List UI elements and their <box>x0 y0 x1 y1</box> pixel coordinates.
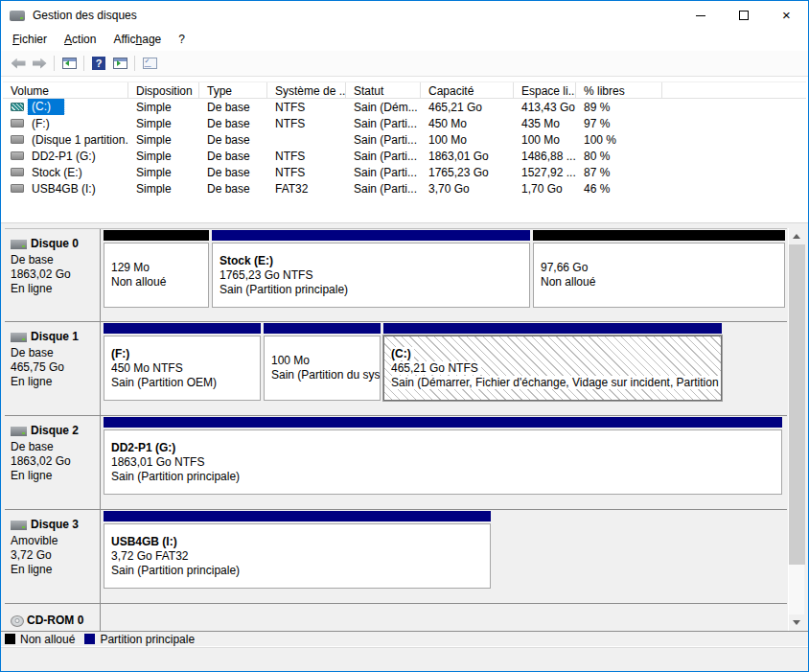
disk-type: De base <box>11 253 98 267</box>
cell-filesystem: NTFS <box>267 150 346 163</box>
partition-color-bar <box>264 323 381 334</box>
disk-row-disque3: Disque 3 Amovible 3,72 Go En ligne USB4G… <box>5 510 787 604</box>
cell-type: De base <box>199 166 267 179</box>
disk-management-window: Gestion des disques × Fichier Action Aff… <box>0 0 809 672</box>
properties-button[interactable]: ✓—✓— <box>139 53 160 74</box>
disk-icon <box>11 240 27 249</box>
scrollbar-thumb[interactable] <box>789 244 805 565</box>
legend-label-partition-principale: Partition principale <box>100 633 195 646</box>
volume-name: Stock (E:) <box>28 165 86 180</box>
cell-espace-libre: 413,43 Go <box>514 101 576 114</box>
menu-bar: Fichier Action Affichage ? <box>1 30 808 51</box>
disk-size: 1863,02 Go <box>11 267 98 282</box>
cell-type: De base <box>199 182 267 196</box>
minimize-icon <box>696 15 705 16</box>
disk-size: 3,72 Go <box>11 548 98 563</box>
toolbar-separator <box>83 56 84 71</box>
properties-list-icon: ✓—✓— <box>143 58 157 69</box>
minimize-button[interactable] <box>679 1 722 30</box>
volume-name: (C:) <box>28 99 64 115</box>
volume-name: (F:) <box>28 116 54 131</box>
chevron-up-icon <box>793 234 800 239</box>
partition-dd2p1-g[interactable]: DD2-P1 (G:) 1863,01 Go NTFS Sain (Partit… <box>104 417 782 509</box>
disk-icon <box>11 521 27 530</box>
close-button[interactable]: × <box>765 1 808 30</box>
table-row-dd2p1[interactable]: DD2-P1 (G:) Simple De base NTFS Sain (Pa… <box>3 148 806 164</box>
cell-pct-libres: 89 % <box>576 101 662 114</box>
cell-capacite: 100 Mo <box>421 133 514 147</box>
forward-button[interactable] <box>29 53 50 74</box>
disk-label-disque2[interactable]: Disque 2 De base 1863,02 Go En ligne <box>5 416 101 509</box>
cell-capacite: 450 Mo <box>421 117 514 130</box>
partition-systeme-100mo[interactable]: 100 Mo Sain (Partition du système) <box>264 323 381 415</box>
cell-disposition: Simple <box>128 150 199 163</box>
volume-name: (Disque 1 partition... <box>28 132 128 148</box>
disk-row-disque2: Disque 2 De base 1863,02 Go En ligne DD2… <box>5 416 787 510</box>
menu-affichage[interactable]: Affichage <box>104 30 170 51</box>
column-header-statut[interactable]: Statut <box>346 82 421 98</box>
disk-label-disque3[interactable]: Disque 3 Amovible 3,72 Go En ligne <box>5 510 101 603</box>
cell-filesystem: NTFS <box>267 117 346 130</box>
cell-espace-libre: 1527,92 ... <box>514 166 576 179</box>
disk-name: Disque 3 <box>31 518 79 532</box>
menu-help[interactable]: ? <box>170 30 194 51</box>
table-row-usb4gb[interactable]: USB4GB (I:) Simple De base FAT32 Sain (P… <box>3 180 806 197</box>
cell-statut: Sain (Dém... <box>346 101 421 114</box>
column-header-filesystem[interactable]: Système de ... <box>267 82 346 98</box>
cell-type: De base <box>199 150 267 163</box>
disk-label-disque0[interactable]: Disque 0 De base 1863,02 Go En ligne <box>5 229 101 321</box>
cell-disposition: Simple <box>128 133 199 147</box>
partition-color-bar <box>533 230 785 241</box>
chevron-down-icon <box>793 620 800 625</box>
column-header-capacite[interactable]: Capacité <box>421 82 514 98</box>
cell-pct-libres: 80 % <box>576 150 662 163</box>
cell-capacite: 3,70 Go <box>421 182 514 196</box>
disk-status: En ligne <box>11 375 98 389</box>
disk-type: De base <box>11 346 98 360</box>
close-icon: × <box>782 11 791 20</box>
disk-row-disque1: Disque 1 De base 465,75 Go En ligne (F:)… <box>5 322 787 416</box>
partition-c-selected[interactable]: (C:) 465,21 Go NTFS Sain (Démarrer, Fich… <box>383 323 722 415</box>
table-row-f[interactable]: (F:) Simple De base NTFS Sain (Parti... … <box>3 115 806 131</box>
table-row-c[interactable]: (C:) Simple De base NTFS Sain (Dém... 46… <box>3 99 806 115</box>
scroll-up-button[interactable] <box>789 228 804 244</box>
action-pane-button[interactable] <box>109 53 130 74</box>
partition-area <box>101 604 787 631</box>
volume-icon <box>11 119 24 127</box>
console-tree-button[interactable] <box>58 53 80 74</box>
disk-name: Disque 2 <box>31 424 79 438</box>
column-header-pct-libres[interactable]: % libres <box>576 82 662 98</box>
disk-label-cdrom0[interactable]: CD-ROM 0 <box>5 604 101 631</box>
vertical-scrollbar[interactable] <box>788 228 804 631</box>
partition-color-bar <box>383 323 722 334</box>
disk-row-disque0: Disque 0 De base 1863,02 Go En ligne 129… <box>5 228 787 322</box>
partition-unallocated-129mo[interactable]: 129 Mo Non alloué <box>104 230 209 321</box>
column-header-disposition[interactable]: Disposition <box>128 82 199 98</box>
help-button[interactable]: ? <box>88 53 109 74</box>
partition-unallocated-97go[interactable]: 97,66 Go Non alloué <box>533 230 785 321</box>
partition-usb4gb-i[interactable]: USB4GB (I:) 3,72 Go FAT32 Sain (Partitio… <box>104 511 491 603</box>
legend-swatch-partition-principale <box>84 634 95 644</box>
partition-stock-e[interactable]: Stock (E:) 1765,23 Go NTFS Sain (Partiti… <box>212 230 530 321</box>
cell-disposition: Simple <box>128 182 199 196</box>
menu-action[interactable]: Action <box>56 30 104 51</box>
table-row-stock[interactable]: Stock (E:) Simple De base NTFS Sain (Par… <box>3 164 806 180</box>
toolbar: ? ✓—✓— <box>1 51 808 77</box>
maximize-button[interactable] <box>722 1 765 30</box>
cell-capacite: 1765,23 Go <box>421 166 514 179</box>
legend-label-non-alloue: Non alloué <box>20 633 75 646</box>
partition-color-bar <box>212 230 530 241</box>
column-header-type[interactable]: Type <box>199 82 267 98</box>
column-header-volume[interactable]: Volume <box>3 82 128 98</box>
table-row-disque1-partition[interactable]: (Disque 1 partition... Simple De base Sa… <box>3 131 806 148</box>
column-header-espace-libre[interactable]: Espace li... <box>514 82 576 98</box>
legend-bar: Non alloué Partition principale <box>1 631 808 646</box>
disk-label-disque1[interactable]: Disque 1 De base 465,75 Go En ligne <box>5 322 101 415</box>
menu-fichier[interactable]: Fichier <box>4 30 56 51</box>
cell-filesystem: NTFS <box>267 166 346 179</box>
back-button[interactable] <box>8 53 29 74</box>
scroll-down-button[interactable] <box>789 614 804 631</box>
cell-statut: Sain (Parti... <box>346 117 421 130</box>
legend-swatch-non-alloue <box>5 634 15 644</box>
partition-f[interactable]: (F:) 450 Mo NTFS Sain (Partition OEM) <box>104 323 261 415</box>
